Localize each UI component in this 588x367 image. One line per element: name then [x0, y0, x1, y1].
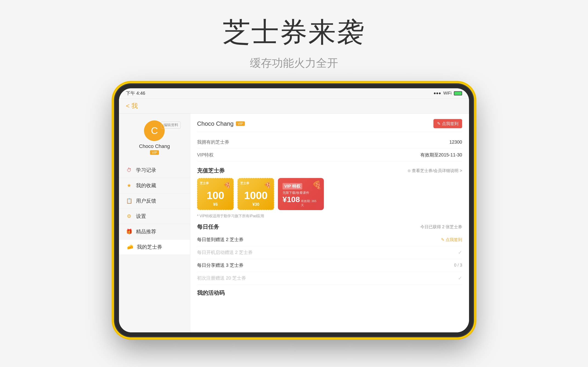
task-row-checkin: 每日签到赠送 2 芝士券 ✎ 点我签到: [197, 233, 462, 246]
daily-tasks-header: 每日任务 今日已获得 2 张芝士券: [197, 223, 462, 231]
coupon-1000-price: ¥30: [252, 202, 259, 207]
coupon-card-100[interactable]: 芝士券 🍕 100 ¥6: [197, 178, 234, 210]
user-name: Choco Chang: [139, 143, 170, 149]
ipad-frame: 下午 4:46 ●●● WiFi < 我: [115, 84, 473, 336]
sidebar-item-label-cheese: 我的芝士券: [137, 244, 162, 250]
sidebar-item-label-feedback: 用户反馈: [136, 198, 156, 204]
task-name-register: 初次注册赠送 20 芝士券: [197, 275, 246, 281]
coupon-1000-amount-row: 1000: [244, 189, 268, 202]
signal-icon: ●●●: [433, 91, 441, 96]
coupon-100-amount-row: 100: [207, 189, 225, 202]
coupon-100-price: ¥6: [213, 202, 218, 207]
coupon-1000-label: 芝士券: [240, 181, 249, 185]
page-title: 芝士券来袭: [0, 14, 588, 51]
activity-title: 我的活动码: [197, 290, 225, 296]
coupon-100-amount: 100: [207, 189, 225, 202]
favorites-icon: ★: [126, 182, 132, 189]
vip-privilege-label: VIP特权: [197, 152, 214, 158]
nav-back-button[interactable]: < 我: [126, 102, 138, 110]
sidebar-item-favorites[interactable]: ★ 我的收藏: [119, 178, 190, 193]
sidebar: C 编辑资料 Choco Chang VIP ⏱ 学习记录: [119, 114, 190, 332]
cheese-count-value: 12300: [449, 140, 462, 145]
status-time: 下午 4:46: [126, 90, 145, 96]
task-name-launch: 每日开机启动赠送 2 芝士券: [197, 249, 253, 256]
vip-card-title: VIP 特权: [283, 183, 302, 190]
sidebar-item-label-learning: 学习记录: [136, 167, 156, 174]
vip-tag-profile: VIP: [236, 121, 245, 126]
sidebar-item-cheese[interactable]: 🧀 我的芝士券: [119, 240, 190, 255]
main-content: C 编辑资料 Choco Chang VIP ⏱ 学习记录: [119, 114, 469, 332]
device-wrapper: 下午 4:46 ●●● WiFi < 我: [115, 84, 473, 336]
coupon-1000-amount: 1000: [244, 190, 268, 201]
menu-items: ⏱ 学习记录 ★ 我的收藏 📋 用户反馈: [119, 163, 190, 255]
wifi-icon: WiFi: [443, 91, 451, 96]
task-row-share: 每日分享赠送 3 芝士券 0 / 3: [197, 259, 462, 272]
status-bar: 下午 4:46 ●●● WiFi: [119, 88, 469, 98]
cheese-count-row: 我拥有的芝士券 12300: [197, 136, 462, 149]
cheese-icon: 🧀: [127, 244, 133, 250]
vip-disclaimer: * VIP特权适用于勤学习旗下所有iPad应用: [197, 214, 462, 219]
coupon-100-pizza: 🍕: [223, 181, 231, 189]
sidebar-item-label-recommend: 精品推荐: [136, 228, 156, 235]
vip-pizza-icon: 🍕: [312, 180, 321, 190]
activity-section: 我的活动码: [197, 289, 462, 297]
daily-tasks-title: 每日任务: [197, 223, 219, 231]
coupon-100-label: 芝士券: [200, 181, 209, 185]
task-name-checkin: 每日签到赠送 2 芝士券: [197, 236, 243, 243]
page-header: 芝士券来袭 缓存功能火力全开: [0, 0, 588, 77]
cheese-count-label: 我拥有的芝士券: [197, 139, 229, 145]
vip-privilege-value: 有效期至2015-11-30: [420, 152, 462, 158]
vip-top: VIP 特权: [283, 183, 302, 190]
settings-icon: ⚙: [126, 213, 132, 219]
vip-card-subtitle: 无限下载/收看课件: [283, 191, 309, 195]
edit-profile-right-button[interactable]: ✎ 点我签到: [433, 119, 462, 128]
vip-price: ¥108: [283, 195, 300, 204]
coupon-card-1000[interactable]: 芝士券 🍕 1000 ¥30: [237, 178, 274, 210]
profile-name: Choco Chang: [197, 120, 233, 127]
sidebar-item-label-settings: 设置: [136, 213, 146, 220]
battery-icon: [454, 91, 462, 95]
sidebar-item-feedback[interactable]: 📋 用户反馈: [119, 193, 190, 209]
sidebar-item-label-favorites: 我的收藏: [136, 182, 156, 189]
today-earned: 今日已获得 2 张芝士券: [420, 224, 462, 230]
edit-profile-button[interactable]: 编辑资料: [161, 122, 181, 129]
task-check-register: ✓: [458, 275, 462, 281]
task-progress-share: 0 / 3: [454, 263, 462, 268]
coupon-card-vip[interactable]: 🍕 VIP 特权 无限下载/收看课件 ¥108 有效期: 365天: [278, 178, 324, 210]
vip-badge-sidebar: VIP: [150, 150, 159, 155]
recharge-title: 充值芝士券: [197, 167, 225, 174]
recommend-icon: 🎁: [126, 228, 132, 235]
avatar-section: C 编辑资料 Choco Chang VIP: [139, 120, 170, 155]
vip-period: 有效期: 365天: [301, 199, 319, 207]
sidebar-item-settings[interactable]: ⚙ 设置: [119, 209, 190, 224]
recharge-section-header: 充值芝士券 ⊙ 查看芝士券/会员详细说明 >: [197, 167, 462, 174]
coupon-1000-pizza: 🍕: [263, 181, 271, 189]
recharge-detail-link[interactable]: ⊙ 查看芝士券/会员详细说明 >: [407, 168, 462, 173]
learning-icon: ⏱: [126, 167, 132, 173]
profile-row: Choco Chang VIP ✎ 点我签到: [197, 119, 462, 132]
nav-bar: < 我: [119, 98, 469, 114]
status-icons: ●●● WiFi: [433, 91, 462, 96]
task-action-checkin[interactable]: ✎ 点我签到: [441, 237, 462, 242]
sidebar-item-recommend[interactable]: 🎁 精品推荐: [119, 224, 190, 240]
profile-name-area: Choco Chang VIP: [197, 120, 245, 127]
edit-icon: ✎: [437, 121, 441, 126]
content-panel: Choco Chang VIP ✎ 点我签到 我拥有的芝士券 12300: [190, 114, 469, 332]
ipad-screen: 下午 4:46 ●●● WiFi < 我: [119, 88, 469, 332]
coupon-cards: 芝士券 🍕 100 ¥6 芝士: [197, 178, 462, 210]
vip-privilege-row: VIP特权 有效期至2015-11-30: [197, 149, 462, 161]
task-row-register: 初次注册赠送 20 芝士券 ✓: [197, 272, 462, 285]
task-row-launch: 每日开机启动赠送 2 芝士券 ✓: [197, 246, 462, 259]
task-check-launch: ✓: [458, 250, 462, 256]
sidebar-item-learning[interactable]: ⏱ 学习记录: [119, 163, 190, 178]
vip-price-row: ¥108 有效期: 365天: [283, 195, 319, 207]
task-name-share: 每日分享赠送 3 芝士券: [197, 262, 243, 268]
page-subtitle: 缓存功能火力全开: [0, 56, 588, 70]
feedback-icon: 📋: [126, 198, 132, 204]
